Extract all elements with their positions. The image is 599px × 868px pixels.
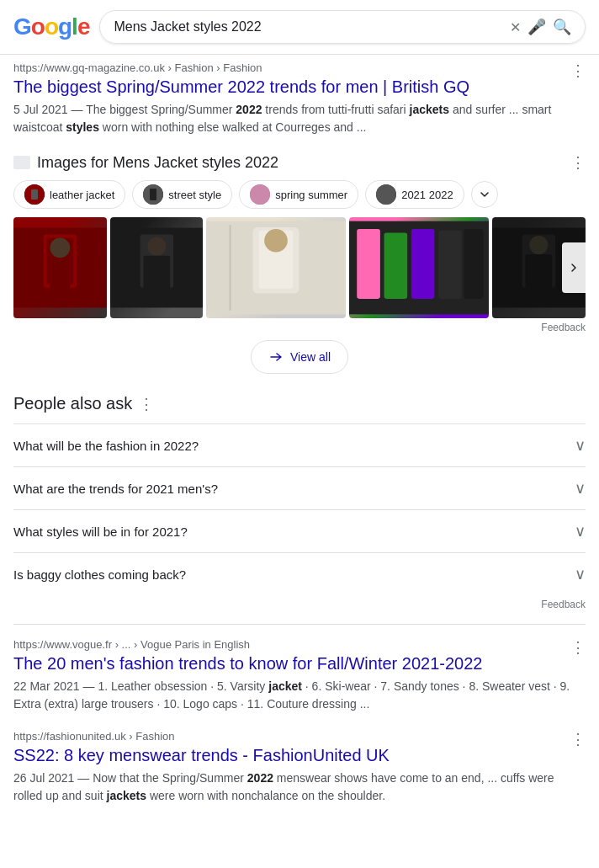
result-title-3[interactable]: SS22: 8 key menswear trends - FashionUni… [13,744,586,766]
chip-street-style[interactable]: street style [132,180,232,209]
paa-question-3: What styles will be in for 2021? [13,525,188,539]
image-grid [13,217,586,318]
result-url-1: https://www.gq-magazine.co.uk › Fashion … [13,61,586,74]
paa-item-4[interactable]: Is baggy clothes coming back? ∨ [13,552,586,595]
svg-rect-24 [438,231,462,299]
chip-leather-jacket[interactable]: leather jacket [13,180,125,209]
header: Google ✕ 🎤 🔍 [0,0,599,55]
image-tile-1[interactable] [13,217,107,318]
paa-item-3[interactable]: What styles will be in for 2021? ∨ [13,509,586,552]
logo-letter-o2: o [45,13,58,40]
result-menu-icon-2[interactable] [570,638,586,657]
paa-chevron-4: ∨ [575,565,586,583]
chip-avatar-1 [24,184,45,205]
paa-question-2: What are the trends for 2021 men's? [13,482,218,496]
images-section-header: Images for Mens Jacket styles 2022 [13,153,586,172]
images-menu-icon[interactable] [570,153,586,172]
chip-spring-summer[interactable]: spring summer [239,180,358,209]
filter-chips: leather jacket street style spring summe… [13,180,586,209]
paa-chevron-2: ∨ [575,479,586,498]
logo-letter-o1: o [31,13,45,40]
result-title-1[interactable]: The biggest Spring/Summer 2022 trends fo… [13,76,586,98]
paa-question-4: Is baggy clothes coming back? [13,567,186,582]
search-input[interactable] [114,19,503,35]
svg-rect-21 [358,229,381,299]
result-url-2: https://www.vogue.fr › ... › Vogue Paris… [13,638,586,651]
view-all-button[interactable]: View all [251,340,348,374]
result-menu-icon-1[interactable] [570,61,586,80]
svg-rect-3 [150,189,156,200]
svg-rect-10 [50,258,70,291]
paa-title: People also ask [13,394,132,413]
search-icon[interactable]: 🔍 [553,18,571,36]
search-result-3: https://fashionunited.uk › Fashion SS22:… [13,730,586,805]
chip-avatar-3 [250,184,270,205]
svg-rect-14 [143,256,170,292]
google-logo: Google [13,13,89,40]
paa-question-1: What will be the fashion in 2022? [13,439,199,453]
result-snippet-1: 5 Jul 2021 — The biggest Spring/Summer 2… [13,101,586,136]
image-tile-2[interactable] [110,217,204,318]
section-divider [13,624,586,625]
chip-2021-2022[interactable]: 2021 2022 [365,180,464,209]
arrow-right-icon [268,349,284,365]
result-link-3[interactable]: SS22: 8 key menswear trends - FashionUni… [13,744,586,766]
image-grid-next-button[interactable] [562,242,586,293]
people-also-ask-section: People also ask What will be the fashion… [13,394,586,610]
view-all-label: View all [290,350,331,364]
svg-rect-25 [464,229,484,299]
chip-avatar-4 [376,184,396,205]
result-menu-icon-3[interactable] [570,730,586,748]
chip-label-spring-summer: spring summer [275,189,347,201]
result-snippet-2: 22 Mar 2021 — 1. Leather obsession · 5. … [13,678,586,713]
logo-letter-g2: g [58,13,72,40]
search-result-2: https://www.vogue.fr › ... › Vogue Paris… [13,638,586,713]
search-result-1: https://www.gq-magazine.co.uk › Fashion … [13,61,586,136]
paa-chevron-1: ∨ [575,436,586,455]
result-snippet-3: 26 Jul 2021 — Now that the Spring/Summer… [13,769,586,805]
chip-label-leather-jacket: leather jacket [50,189,114,201]
svg-rect-19 [230,225,231,310]
paa-chevron-3: ∨ [575,522,586,541]
svg-point-9 [50,237,70,258]
logo-letter-l: l [72,13,77,40]
clear-icon[interactable]: ✕ [510,19,521,35]
svg-rect-22 [384,233,408,299]
result-link-2[interactable]: The 20 men's fashion trends to know for … [13,652,586,674]
images-section: Images for Mens Jacket styles 2022 leath… [13,153,586,374]
result-url-3: https://fashionunited.uk › Fashion [13,730,586,743]
svg-rect-1 [31,189,38,200]
svg-point-18 [265,229,289,253]
chip-label-street-style: street style [168,189,221,201]
microphone-icon[interactable]: 🎤 [527,18,546,36]
logo-letter-g: G [13,13,31,40]
main-content: https://www.gq-magazine.co.uk › Fashion … [0,55,599,828]
chip-label-2021-2022: 2021 2022 [401,189,453,201]
paa-item-1[interactable]: What will be the fashion in 2022? ∨ [13,423,586,466]
result-link-1[interactable]: The biggest Spring/Summer 2022 trends fo… [13,76,586,98]
paa-item-2[interactable]: What are the trends for 2021 men's? ∨ [13,466,586,509]
image-tile-3[interactable] [206,217,346,318]
svg-rect-4 [250,184,270,205]
svg-point-28 [530,236,549,254]
images-grid-icon [13,156,30,169]
paa-feedback-label[interactable]: Feedback [13,599,586,610]
svg-rect-23 [411,229,435,299]
image-tile-4[interactable] [349,217,489,318]
search-bar[interactable]: ✕ 🎤 🔍 [99,10,586,44]
expand-chips-button[interactable] [471,181,498,208]
images-section-title: Images for Mens Jacket styles 2022 [37,154,278,172]
svg-rect-29 [526,254,553,290]
paa-menu-icon[interactable] [139,395,154,413]
svg-rect-5 [376,184,396,205]
result-title-2[interactable]: The 20 men's fashion trends to know for … [13,652,586,674]
paa-header: People also ask [13,394,586,413]
images-feedback-label[interactable]: Feedback [13,322,586,333]
chip-avatar-2 [143,184,163,205]
svg-point-13 [147,237,166,256]
logo-letter-e: e [77,13,90,40]
